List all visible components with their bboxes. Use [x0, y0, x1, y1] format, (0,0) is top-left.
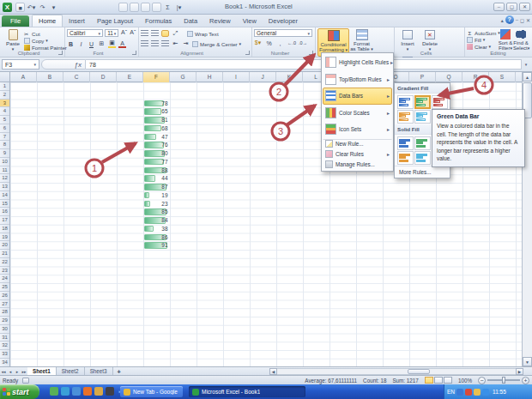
- media-player-icon[interactable]: [106, 387, 114, 396]
- column-header-F[interactable]: F: [143, 72, 170, 82]
- percent-style-icon[interactable]: %: [265, 40, 273, 46]
- orientation-icon[interactable]: ⤢: [172, 30, 179, 37]
- borders-icon[interactable]: ⊞: [98, 40, 106, 47]
- firefox-icon[interactable]: [83, 387, 92, 396]
- scroll-right-icon[interactable]: ▶: [516, 368, 523, 375]
- align-left-icon[interactable]: [141, 40, 148, 47]
- row-header-4[interactable]: 4: [0, 107, 9, 116]
- row-header-11[interactable]: 11: [0, 166, 9, 175]
- column-header-K[interactable]: K: [276, 72, 303, 82]
- fill-button[interactable]: Fill ▾: [467, 36, 498, 43]
- row-header-25[interactable]: 25: [0, 283, 9, 292]
- qat-icon-2[interactable]: [130, 3, 139, 12]
- column-header-Q[interactable]: Q: [436, 72, 462, 82]
- undo-icon[interactable]: ↶▾: [27, 3, 36, 12]
- column-header-C[interactable]: C: [63, 72, 90, 82]
- zoom-slider-thumb[interactable]: [502, 377, 505, 384]
- ribbon-tab-file[interactable]: File: [2, 15, 29, 27]
- menu-item-clear-rules[interactable]: Clear Rules▸: [323, 149, 392, 160]
- horizontal-scrollbar[interactable]: ◀ ▶: [269, 368, 523, 375]
- messenger-icon[interactable]: [61, 387, 70, 396]
- task-button-microsoft-excel-book1[interactable]: Microsoft Excel - Book1: [189, 386, 305, 397]
- cell-F14[interactable]: 19: [144, 191, 170, 200]
- row-header-18[interactable]: 18: [0, 225, 9, 233]
- minimize-ribbon-icon[interactable]: ▴: [501, 17, 504, 23]
- decrease-indent-icon[interactable]: ⇤: [172, 40, 179, 47]
- align-center-icon[interactable]: [151, 40, 159, 47]
- font-size-combo[interactable]: 11▾: [105, 29, 118, 37]
- number-format-combo[interactable]: General▾: [254, 29, 312, 37]
- shield-tray-icon[interactable]: [456, 389, 463, 396]
- page-break-view-icon[interactable]: [444, 377, 452, 384]
- qat-icon-3[interactable]: [141, 3, 150, 12]
- solid-blue-data-bar-swatch[interactable]: [397, 136, 414, 150]
- gradient-red-data-bar-swatch[interactable]: [432, 95, 448, 109]
- solid-green-data-bar-swatch[interactable]: [414, 136, 431, 150]
- row-header-1[interactable]: 1: [0, 82, 9, 91]
- save-icon[interactable]: ■: [15, 3, 25, 12]
- folder-tray-icon[interactable]: [474, 389, 481, 396]
- cell-F8[interactable]: 76: [144, 141, 170, 149]
- row-header-12[interactable]: 12: [0, 174, 9, 183]
- row-header-15[interactable]: 15: [0, 200, 9, 209]
- row-header-19[interactable]: 19: [0, 233, 9, 242]
- ribbon-tab-developer[interactable]: Developer: [263, 15, 304, 27]
- row-header-13[interactable]: 13: [0, 183, 9, 191]
- cell-F13[interactable]: 87: [144, 183, 170, 191]
- align-top-icon[interactable]: [141, 30, 148, 37]
- cut-button[interactable]: ✂Cut: [24, 30, 62, 37]
- format-painter-button[interactable]: Format Painter: [24, 44, 62, 51]
- expand-formula-bar-icon[interactable]: ▾: [522, 62, 530, 67]
- close-button[interactable]: ✕: [519, 3, 530, 11]
- cell-F11[interactable]: 88: [144, 166, 170, 175]
- column-header-P[interactable]: P: [409, 72, 436, 82]
- cell-F18[interactable]: 38: [144, 225, 170, 233]
- row-header-20[interactable]: 20: [0, 241, 9, 250]
- row-header-5[interactable]: 5: [0, 116, 9, 124]
- qat-dropdown-icon[interactable]: |▾: [174, 3, 184, 12]
- row-header-33[interactable]: 33: [0, 350, 9, 359]
- column-header-E[interactable]: E: [117, 72, 143, 82]
- align-middle-icon[interactable]: [151, 30, 159, 37]
- align-bottom-icon[interactable]: [161, 30, 169, 37]
- font-color-icon[interactable]: A: [118, 40, 126, 48]
- column-header-J[interactable]: J: [250, 72, 276, 82]
- column-header-A[interactable]: A: [10, 72, 37, 82]
- customize-qat-icon[interactable]: ▾: [49, 3, 58, 12]
- network-tray-icon[interactable]: [482, 389, 489, 396]
- cell-F4[interactable]: 65: [144, 107, 170, 116]
- italic-button[interactable]: I: [77, 41, 85, 47]
- formula-input[interactable]: 78: [86, 59, 522, 70]
- cell-F9[interactable]: 80: [144, 149, 170, 158]
- folder-icon[interactable]: [94, 387, 103, 396]
- restore-button[interactable]: ◻: [506, 3, 517, 11]
- sheet-tab-sheet3[interactable]: Sheet3: [85, 367, 113, 375]
- column-header-R[interactable]: R: [462, 72, 489, 82]
- alignment-dialog-launcher-icon[interactable]: [245, 51, 250, 55]
- scroll-up-icon[interactable]: ▲: [523, 72, 532, 82]
- row-header-30[interactable]: 30: [0, 325, 9, 334]
- cell-F15[interactable]: 23: [144, 200, 170, 209]
- row-header-27[interactable]: 27: [0, 300, 9, 309]
- font-dialog-launcher-icon[interactable]: [132, 51, 136, 55]
- scroll-left-icon[interactable]: ◀: [269, 368, 277, 375]
- page-layout-view-icon[interactable]: [434, 377, 443, 384]
- clipboard-dialog-launcher-icon[interactable]: [58, 51, 63, 55]
- clear-button[interactable]: Clear ▾: [467, 43, 498, 50]
- insert-function-button[interactable]: ƒx: [41, 59, 86, 70]
- merge-center-button[interactable]: Merge & Center ▾: [192, 40, 241, 47]
- copy-button[interactable]: Copy ▾: [24, 37, 62, 44]
- fill-color-icon[interactable]: ▣: [108, 39, 116, 48]
- workbook-restore-icon[interactable]: ◻: [520, 17, 524, 23]
- gradient-blue-data-bar-swatch[interactable]: [397, 95, 414, 109]
- row-header-21[interactable]: 21: [0, 250, 9, 258]
- horizontal-scroll-thumb[interactable]: [408, 369, 430, 374]
- cell-F5[interactable]: 81: [144, 116, 170, 124]
- menu-item-new-rule[interactable]: New Rule...: [323, 139, 392, 149]
- qat-icon-4[interactable]: [152, 3, 161, 12]
- menu-item-color-scales[interactable]: Color Scales▸: [323, 105, 392, 122]
- underline-button[interactable]: U: [88, 41, 95, 47]
- increase-decimal-icon[interactable]: ←.0: [287, 40, 295, 45]
- solid-orange-data-bar-swatch[interactable]: [397, 151, 414, 165]
- accounting-format-icon[interactable]: $▾: [254, 39, 262, 46]
